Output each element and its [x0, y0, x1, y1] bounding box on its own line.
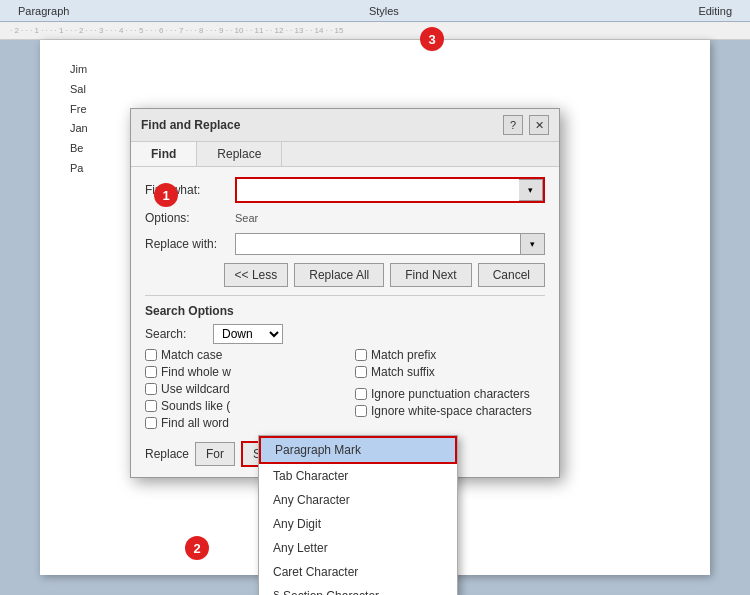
match-case-checkbox[interactable]	[145, 349, 157, 361]
match-suffix-label: Match suffix	[371, 365, 435, 379]
special-dropdown-menu: Paragraph Mark Tab Character Any Charact…	[258, 435, 458, 595]
match-prefix-checkbox[interactable]	[355, 349, 367, 361]
sounds-like-checkbox[interactable]	[145, 400, 157, 412]
ribbon-tab-styles[interactable]: Styles	[351, 3, 417, 19]
replace-with-row: Replace with: ▾	[145, 233, 545, 255]
special-menu-any-letter[interactable]: Any Letter	[259, 536, 457, 560]
dialog-title: Find and Replace	[141, 118, 240, 132]
annotation-2: 2	[185, 536, 209, 560]
search-options-section: Search Options Search: Down Up All Match…	[145, 295, 545, 433]
dialog-titlebar: Find and Replace ? ✕	[131, 109, 559, 142]
ignore-punct-label: Ignore punctuation characters	[371, 387, 530, 401]
options-label: Options:	[145, 211, 235, 225]
tab-find[interactable]: Find	[131, 142, 197, 166]
ruler: · 2 · · · 1 · · · · 1 · · · 2 · · · 3 · …	[0, 22, 750, 40]
special-menu-paragraph-mark[interactable]: Paragraph Mark	[259, 436, 457, 464]
format-button[interactable]: For	[195, 442, 235, 466]
checkboxes-area: Match case Find whole w Use wildcard Sou…	[145, 348, 545, 433]
checkboxes-right: Match prefix Match suffix Ignore punctua…	[355, 348, 545, 433]
doc-line-2: Sal	[70, 80, 680, 100]
match-prefix-row: Match prefix	[355, 348, 545, 362]
cancel-button[interactable]: Cancel	[478, 263, 545, 287]
sounds-like-row: Sounds like (	[145, 399, 335, 413]
search-direction-row: Search: Down Up All	[145, 324, 545, 344]
annotation-1: 1	[154, 183, 178, 207]
options-value: Sear	[235, 212, 258, 224]
options-row: Options: Sear	[145, 211, 545, 225]
find-what-input-wrap: ▾	[235, 177, 545, 203]
ribbon-tab-editing[interactable]: Editing	[680, 3, 750, 19]
ignore-punct-row: Ignore punctuation characters	[355, 387, 545, 401]
match-prefix-label: Match prefix	[371, 348, 436, 362]
special-menu-section-character[interactable]: § Section Character	[259, 584, 457, 595]
dialog-tabs: Find Replace	[131, 142, 559, 167]
ignore-punct-checkbox[interactable]	[355, 388, 367, 400]
dialog-close-button[interactable]: ✕	[529, 115, 549, 135]
find-whole-label: Find whole w	[161, 365, 231, 379]
use-wildcard-checkbox[interactable]	[145, 383, 157, 395]
replace-all-button[interactable]: Replace All	[294, 263, 384, 287]
find-next-button[interactable]: Find Next	[390, 263, 471, 287]
dialog-controls: ? ✕	[503, 115, 549, 135]
replace-section-label: Replace	[145, 447, 189, 461]
match-case-row: Match case	[145, 348, 335, 362]
find-what-row: Find what: ▾	[145, 177, 545, 203]
find-all-word-row: Find all word	[145, 416, 335, 430]
search-label: Search:	[145, 327, 205, 341]
use-wildcard-row: Use wildcard	[145, 382, 335, 396]
dialog-help-button[interactable]: ?	[503, 115, 523, 135]
replace-with-label: Replace with:	[145, 237, 235, 251]
find-what-dropdown[interactable]: ▾	[519, 179, 543, 201]
use-wildcard-label: Use wildcard	[161, 382, 230, 396]
ignore-space-checkbox[interactable]	[355, 405, 367, 417]
search-options-title: Search Options	[145, 304, 545, 318]
ignore-space-label: Ignore white-space characters	[371, 404, 532, 418]
search-dropdown[interactable]: Down Up All	[213, 324, 283, 344]
annotation-3: 3	[420, 27, 444, 51]
find-all-word-label: Find all word	[161, 416, 229, 430]
replace-with-input[interactable]	[235, 233, 521, 255]
special-menu-tab-character[interactable]: Tab Character	[259, 464, 457, 488]
match-suffix-row: Match suffix	[355, 365, 545, 379]
checkboxes-left: Match case Find whole w Use wildcard Sou…	[145, 348, 335, 433]
find-whole-checkbox[interactable]	[145, 366, 157, 378]
sounds-like-label: Sounds like (	[161, 399, 230, 413]
less-button[interactable]: << Less	[224, 263, 289, 287]
action-buttons: << Less Replace All Find Next Cancel	[145, 263, 545, 287]
find-replace-dialog: Find and Replace ? ✕ Find Replace Find w…	[130, 108, 560, 478]
find-whole-row: Find whole w	[145, 365, 335, 379]
ribbon-tab-paragraph[interactable]: Paragraph	[0, 3, 87, 19]
find-all-word-checkbox[interactable]	[145, 417, 157, 429]
doc-line-1: Jim	[70, 60, 680, 80]
ribbon-bar: Paragraph Styles Editing	[0, 0, 750, 22]
special-menu-any-character[interactable]: Any Character	[259, 488, 457, 512]
dialog-body: Find what: ▾ Options: Sear Replace with:…	[131, 167, 559, 477]
ignore-space-row: Ignore white-space characters	[355, 404, 545, 418]
match-suffix-checkbox[interactable]	[355, 366, 367, 378]
find-what-input[interactable]	[237, 179, 519, 201]
special-menu-any-digit[interactable]: Any Digit	[259, 512, 457, 536]
match-case-label: Match case	[161, 348, 222, 362]
replace-with-dropdown[interactable]: ▾	[521, 233, 545, 255]
tab-replace[interactable]: Replace	[197, 142, 282, 166]
special-menu-caret-character[interactable]: Caret Character	[259, 560, 457, 584]
